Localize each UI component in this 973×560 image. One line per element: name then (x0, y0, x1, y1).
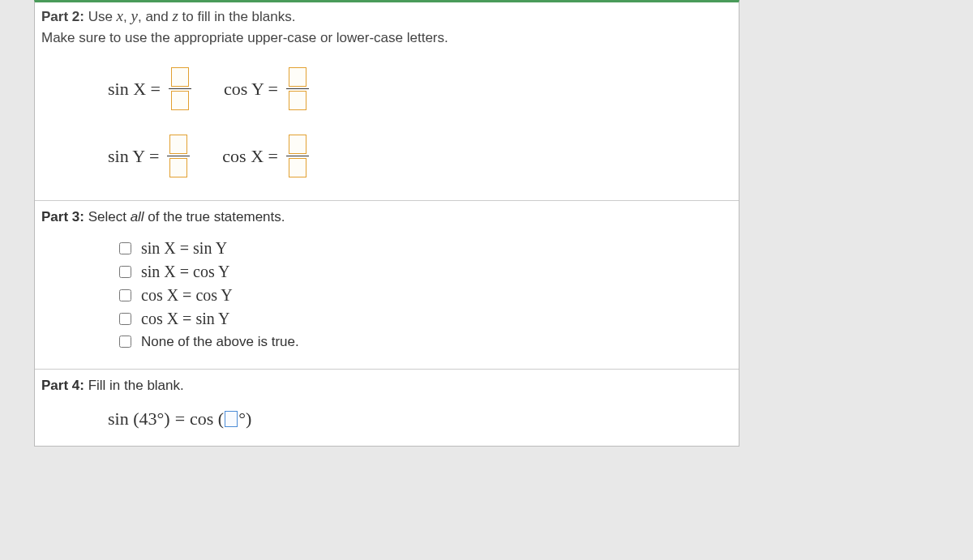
part2-subline: Make sure to use the appropriate upper-c… (35, 30, 739, 53)
cosy-denominator-input[interactable] (289, 91, 306, 110)
option-2[interactable]: sin X = cos Y (116, 260, 739, 284)
part4-header: Part 4: Fill in the blank. (35, 369, 739, 402)
part3-title: Part 3: (41, 209, 84, 224)
part4-title: Part 4: (41, 378, 84, 393)
fraction-line (286, 88, 309, 89)
question-panel: Part 2: Use x, y, and z to fill in the b… (34, 0, 739, 447)
option-2-label: sin X = cos Y (141, 263, 229, 281)
part4-rhs-pre: cos ( (190, 408, 224, 430)
option-3[interactable]: cos X = cos Y (116, 284, 739, 307)
equals-sign: = (175, 408, 185, 430)
fraction-line (167, 156, 190, 156)
part3-options: sin X = sin Y sin X = cos Y cos X = cos … (35, 233, 739, 369)
siny-denominator-input[interactable] (169, 158, 187, 177)
part4-expression: sin (43°) = cos ( °) (35, 402, 739, 446)
part3-header: Part 3: Select all of the true statement… (35, 200, 739, 233)
option-2-checkbox[interactable] (119, 266, 131, 278)
part4-lhs: sin (43°) (108, 408, 170, 430)
part2-header: Part 2: Use x, y, and z to fill in the b… (35, 2, 739, 30)
sinx-numerator-input[interactable] (171, 67, 189, 87)
part2-title: Part 2: (41, 9, 84, 24)
fraction-line (169, 88, 191, 89)
cosy-numerator-input[interactable] (289, 67, 306, 87)
option-1[interactable]: sin X = sin Y (116, 237, 739, 260)
option-5[interactable]: None of the above is true. (116, 331, 739, 353)
cosx-denominator-input[interactable] (289, 158, 306, 177)
option-5-label: None of the above is true. (141, 334, 299, 350)
option-4-checkbox[interactable] (119, 313, 131, 325)
sinx-denominator-input[interactable] (171, 91, 189, 110)
part4-angle-input[interactable] (225, 411, 238, 427)
option-5-checkbox[interactable] (119, 336, 131, 348)
option-4-label: cos X = sin Y (141, 310, 229, 328)
eq-cosy-label: cos Y = (224, 79, 278, 100)
siny-numerator-input[interactable] (169, 135, 187, 154)
eq-siny-label: sin Y = (108, 146, 159, 167)
option-1-checkbox[interactable] (119, 242, 131, 254)
fraction-line (286, 156, 309, 156)
option-3-label: cos X = cos Y (141, 286, 233, 305)
eq-sinx-label: sin X = (108, 79, 161, 100)
equations-block: sin X = cos Y = (35, 53, 739, 200)
option-4[interactable]: cos X = sin Y (116, 307, 739, 331)
part4-rhs-post: °) (238, 408, 251, 430)
eq-cosx-label: cos X = (222, 146, 278, 167)
cosx-numerator-input[interactable] (289, 135, 306, 154)
option-3-checkbox[interactable] (119, 289, 131, 301)
option-1-label: sin X = sin Y (141, 239, 227, 258)
